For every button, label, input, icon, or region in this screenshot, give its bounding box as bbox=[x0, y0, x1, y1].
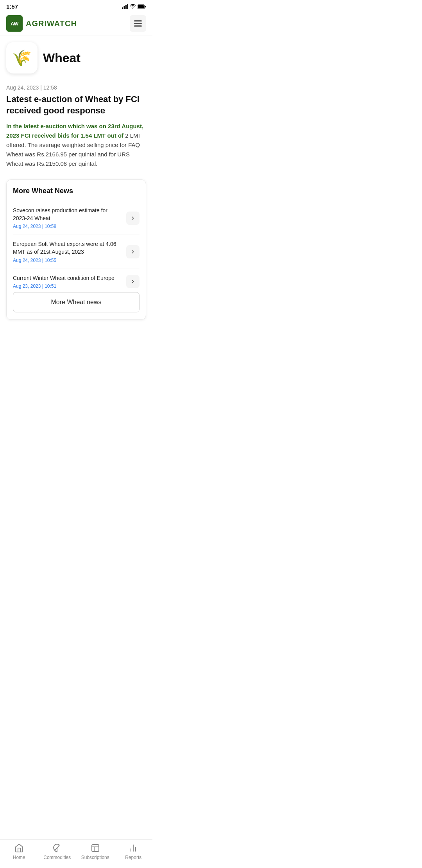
news-item-chevron-button[interactable] bbox=[126, 212, 139, 225]
chevron-right-icon bbox=[130, 215, 136, 221]
news-item-content: Current Winter Wheat condition of Europe… bbox=[13, 274, 126, 289]
commodity-icon: 🌾 bbox=[6, 42, 38, 74]
article-body: In the latest e-auction which was on 23r… bbox=[6, 122, 146, 169]
nav-item-commodities[interactable]: Commodities bbox=[38, 843, 77, 860]
commodity-header: 🌾 Wheat bbox=[6, 42, 146, 74]
news-item-text: Sovecon raises production estimate for 2… bbox=[13, 207, 122, 222]
status-bar: 1:57 bbox=[0, 0, 152, 11]
commodity-title: Wheat bbox=[43, 51, 80, 65]
more-wheat-news-button[interactable]: More Wheat news bbox=[13, 292, 139, 312]
logo-icon: AW bbox=[6, 15, 23, 32]
chevron-right-icon bbox=[130, 249, 136, 255]
nav-label-commodities: Commodities bbox=[43, 855, 71, 860]
news-item-date: Aug 24, 2023 | 10:55 bbox=[13, 258, 122, 263]
more-news-card: More Wheat News Sovecon raises productio… bbox=[6, 179, 146, 320]
nav-label-home: Home bbox=[13, 855, 25, 860]
signal-icon bbox=[122, 4, 128, 9]
article-headline: Latest e-auction of Wheat by FCI receive… bbox=[6, 94, 146, 116]
news-item-content: Sovecon raises production estimate for 2… bbox=[13, 207, 126, 229]
nav-item-home[interactable]: Home bbox=[0, 843, 38, 860]
nav-label-reports: Reports bbox=[125, 855, 141, 860]
article-highlight: In the latest e-auction which was on 23r… bbox=[6, 123, 143, 139]
news-item-content: European Soft Wheat exports were at 4.06… bbox=[13, 240, 126, 263]
news-item-text: European Soft Wheat exports were at 4.06… bbox=[13, 240, 122, 256]
menu-button[interactable] bbox=[130, 15, 146, 32]
subscriptions-icon bbox=[90, 843, 100, 853]
app-header: AW AGRIWATCH bbox=[0, 11, 152, 36]
news-item[interactable]: Sovecon raises production estimate for 2… bbox=[13, 201, 139, 235]
svg-rect-0 bbox=[122, 7, 123, 9]
svg-rect-3 bbox=[127, 4, 129, 9]
news-item-date: Aug 23, 2023 | 10:51 bbox=[13, 283, 122, 289]
wifi-icon bbox=[130, 4, 136, 9]
nav-item-subscriptions[interactable]: Subscriptions bbox=[76, 843, 114, 860]
article-date: Aug 24, 2023 | 12:58 bbox=[6, 84, 146, 91]
status-icons bbox=[122, 4, 146, 9]
page-content: 🌾 Wheat Aug 24, 2023 | 12:58 Latest e-au… bbox=[0, 36, 152, 367]
logo-text: AGRIWATCH bbox=[26, 19, 77, 28]
svg-rect-2 bbox=[125, 5, 127, 9]
svg-rect-6 bbox=[145, 6, 146, 7]
more-news-card-title: More Wheat News bbox=[13, 187, 139, 195]
chevron-right-icon bbox=[130, 279, 136, 284]
bottom-navigation: Home Commodities Subscriptions bbox=[0, 839, 152, 868]
news-item-chevron-button[interactable] bbox=[126, 245, 139, 258]
svg-rect-1 bbox=[124, 6, 125, 9]
reports-icon bbox=[128, 843, 138, 853]
commodities-icon bbox=[52, 843, 62, 853]
news-item[interactable]: Current Winter Wheat condition of Europe… bbox=[13, 269, 139, 289]
news-item-text: Current Winter Wheat condition of Europe bbox=[13, 274, 122, 282]
article-section: Aug 24, 2023 | 12:58 Latest e-auction of… bbox=[6, 84, 146, 169]
news-item-date: Aug 24, 2023 | 10:58 bbox=[13, 224, 122, 229]
news-item-chevron-button[interactable] bbox=[126, 275, 139, 288]
nav-item-reports[interactable]: Reports bbox=[114, 843, 153, 860]
svg-rect-5 bbox=[138, 5, 144, 8]
nav-label-subscriptions: Subscriptions bbox=[81, 855, 109, 860]
hamburger-icon bbox=[134, 20, 142, 27]
battery-icon bbox=[138, 4, 146, 9]
home-icon bbox=[14, 843, 24, 853]
svg-rect-7 bbox=[92, 845, 99, 852]
status-time: 1:57 bbox=[6, 3, 18, 10]
logo-container: AW AGRIWATCH bbox=[6, 15, 77, 32]
news-item[interactable]: European Soft Wheat exports were at 4.06… bbox=[13, 235, 139, 269]
